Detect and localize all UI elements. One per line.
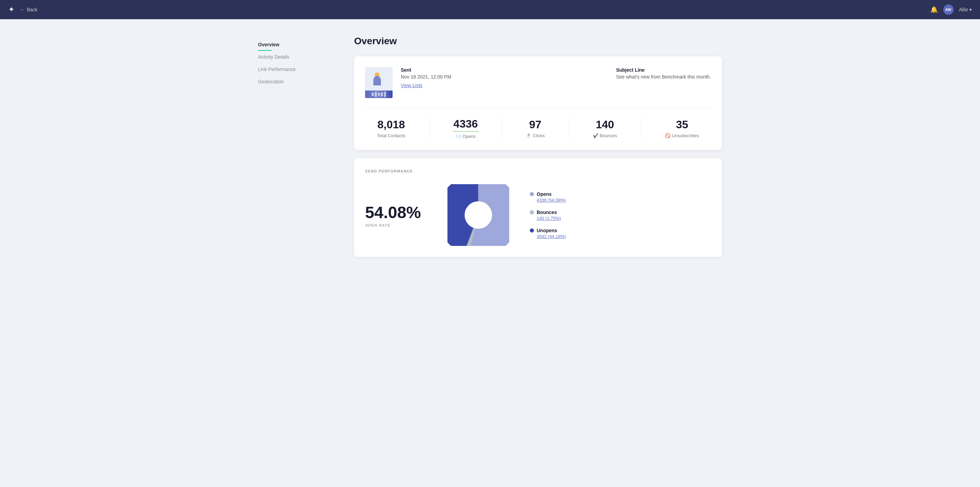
bar-5 — [384, 92, 386, 97]
opens-label: ✉️ Opens — [453, 134, 478, 139]
thumb-body — [373, 76, 381, 86]
top-navigation: ✦ ← Back 🔔 AW Allie ▾ — [0, 0, 980, 19]
subject-text: See what's new from Benchmark this month… — [616, 74, 711, 79]
clicks-value: 97 — [526, 118, 545, 131]
unopens-legend-title: Unopens — [537, 228, 557, 233]
nav-right: 🔔 AW Allie ▾ — [930, 5, 972, 15]
thumb-bottom — [365, 90, 393, 98]
stat-bounces: 140 ✔️ Bounces — [593, 118, 617, 138]
sidebar: Overview Activity Details Link Performan… — [258, 36, 340, 265]
nav-left: ✦ ← Back — [8, 5, 37, 14]
total-contacts-label: Total Contacts — [377, 133, 405, 138]
bar-2 — [375, 92, 377, 97]
unsubscribes-value: 35 — [665, 118, 699, 131]
clicks-label: 🖱️ Clicks — [526, 133, 545, 138]
opens-value: 4336 — [453, 117, 478, 132]
stat-total-contacts: 8,018 Total Contacts — [377, 118, 405, 138]
subject-label: Subject Line — [616, 67, 711, 73]
stat-opens: 4336 ✉️ Opens — [453, 117, 478, 139]
performance-content: 54.08% OPEN RATE — [365, 184, 711, 246]
open-rate-label: OPEN RATE — [365, 223, 427, 227]
overview-card: Sent Nov 18 2021, 12:00 PM View Lists Su… — [354, 56, 722, 150]
chevron-down-icon: ▾ — [969, 7, 972, 12]
unopens-dot — [530, 228, 534, 233]
send-performance-card: SEND PERFORMANCE 54.08% OPEN RATE — [354, 158, 722, 257]
main-content: Overview — [340, 36, 722, 265]
pie-chart-svg — [447, 184, 509, 246]
chart-legend: Opens 4336 (54.08%) Bounces 140 (1.75%) — [530, 191, 566, 239]
unsubscribes-icon: 🚫 — [665, 133, 670, 138]
back-button[interactable]: ← Back — [20, 7, 37, 12]
legend-bounces: Bounces 140 (1.75%) — [530, 209, 566, 221]
sidebar-item-link-performance[interactable]: Link Performance — [258, 63, 340, 75]
legend-unopens-header: Unopens — [530, 228, 566, 233]
avatar: AW — [943, 5, 954, 15]
thumb-top — [365, 67, 393, 90]
sidebar-item-overview[interactable]: Overview — [258, 38, 340, 51]
pie-chart — [447, 184, 509, 246]
total-contacts-value: 8,018 — [377, 118, 405, 131]
back-arrow-icon: ← — [20, 7, 25, 12]
bounces-legend-title: Bounces — [537, 209, 557, 215]
app-logo: ✦ — [8, 5, 14, 14]
sidebar-item-geolocation[interactable]: Geolocation — [258, 75, 340, 88]
legend-bounces-header: Bounces — [530, 209, 566, 215]
open-rate-value: 54.08% — [365, 203, 427, 222]
clicks-icon: 🖱️ — [526, 133, 531, 138]
sent-date: Nov 18 2021, 12:00 PM — [401, 74, 594, 79]
stat-clicks: 97 🖱️ Clicks — [526, 118, 545, 138]
unopens-legend-value[interactable]: 3542 (44.18%) — [537, 234, 566, 239]
back-label: Back — [27, 7, 37, 12]
bar-1 — [372, 93, 374, 96]
stats-row: 8,018 Total Contacts 4336 ✉️ Opens 97 🖱️… — [365, 117, 711, 139]
stat-divider-1 — [429, 118, 430, 138]
opens-legend-title: Opens — [537, 191, 552, 197]
section-label: SEND PERFORMANCE — [365, 169, 711, 173]
email-thumbnail — [365, 67, 393, 98]
unsubscribes-label: 🚫 Unsubscribes — [665, 133, 699, 138]
thumb-figure — [373, 72, 384, 86]
stat-divider-2 — [502, 118, 502, 138]
bell-icon[interactable]: 🔔 — [930, 6, 938, 13]
legend-unopens: Unopens 3542 (44.18%) — [530, 228, 566, 239]
opens-dot — [530, 192, 534, 196]
view-lists-link[interactable]: View Lists — [401, 82, 422, 88]
opens-icon: ✉️ — [456, 134, 461, 139]
legend-opens-header: Opens — [530, 191, 566, 197]
bar-4 — [381, 92, 383, 96]
email-meta: Sent Nov 18 2021, 12:00 PM View Lists — [401, 67, 594, 89]
bounces-label: ✔️ Bounces — [593, 133, 617, 138]
stat-unsubscribes: 35 🚫 Unsubscribes — [665, 118, 699, 138]
bounces-legend-value[interactable]: 140 (1.75%) — [537, 216, 566, 221]
stat-divider-4 — [641, 118, 641, 138]
email-subject: Subject Line See what's new from Benchma… — [616, 67, 711, 79]
page-layout: Overview Activity Details Link Performan… — [250, 19, 730, 282]
sent-label: Sent — [401, 67, 594, 73]
open-rate-display: 54.08% OPEN RATE — [365, 203, 427, 227]
opens-legend-value[interactable]: 4336 (54.08%) — [537, 198, 566, 203]
bar-3 — [378, 93, 380, 96]
page-title: Overview — [354, 36, 722, 47]
email-info-row: Sent Nov 18 2021, 12:00 PM View Lists Su… — [365, 67, 711, 108]
bounces-icon: ✔️ — [593, 133, 598, 138]
sidebar-item-activity-details[interactable]: Activity Details — [258, 51, 340, 63]
username-dropdown[interactable]: Allie ▾ — [959, 7, 972, 12]
bounces-value: 140 — [593, 118, 617, 131]
bounces-dot — [530, 210, 534, 214]
legend-opens: Opens 4336 (54.08%) — [530, 191, 566, 203]
